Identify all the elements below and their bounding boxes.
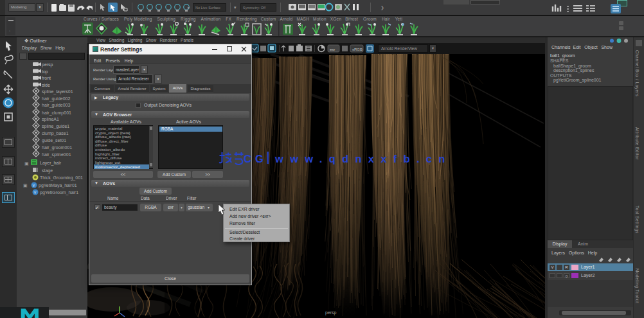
svg-text:front: front — [42, 76, 51, 80]
svg-text:top: top — [42, 69, 48, 75]
svg-text:clump_base1: clump_base1 — [42, 131, 69, 136]
svg-text:stage: stage — [42, 168, 53, 173]
svg-text:Thick_Grooming_001: Thick_Grooming_001 — [40, 175, 83, 181]
svg-text:Y: Y — [34, 191, 37, 195]
svg-text:spline_layers01: spline_layers01 — [42, 89, 73, 94]
svg-text:CG: CG — [244, 153, 267, 164]
svg-text:hair_clump001: hair_clump001 — [42, 110, 71, 116]
svg-text:hair_spline001: hair_spline001 — [42, 152, 71, 157]
svg-text:side: side — [42, 83, 50, 87]
svg-text:pgYetiMaya_hair01: pgYetiMaya_hair01 — [39, 183, 77, 188]
svg-text:hair_groom001: hair_groom001 — [42, 145, 72, 150]
svg-text:splineA1: splineA1 — [42, 117, 59, 122]
svg-text:pgYetiGroom_hair1: pgYetiGroom_hair1 — [40, 190, 78, 195]
svg-text:▣: ▣ — [24, 161, 29, 166]
svg-text:guide_set01: guide_set01 — [42, 138, 66, 143]
svg-text:sRGB: sRGB — [352, 48, 362, 51]
svg-text:hair_guide002: hair_guide002 — [42, 96, 70, 102]
svg-text:hair_guide003: hair_guide003 — [42, 103, 70, 108]
svg-text:Y: Y — [33, 184, 35, 188]
svg-text:spline_guide1: spline_guide1 — [42, 124, 69, 129]
svg-text:▣: ▣ — [23, 183, 28, 188]
svg-text:Layer_hair: Layer_hair — [40, 161, 62, 166]
svg-text:persp: persp — [42, 62, 53, 67]
svg-text:www.qdnxxfb.cn: www.qdnxxfb.cn — [274, 153, 452, 164]
svg-text:exr: exr — [330, 48, 335, 51]
